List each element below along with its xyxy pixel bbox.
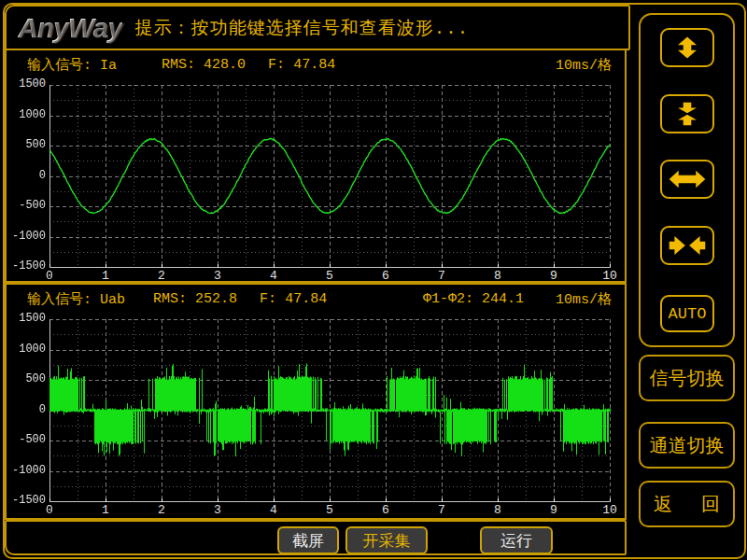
zoom-button-group: AUTO (639, 13, 735, 347)
x-tick-label: 4 (261, 504, 286, 517)
x-tick-label: 1 (93, 270, 118, 283)
x-tick-label: 10 (598, 270, 622, 283)
chart-area-0: 150010005000-500-1000-1500012345678910 (7, 80, 625, 282)
expand-vertical-button[interactable] (660, 28, 714, 67)
y-tick-label: -500 (8, 433, 46, 446)
compress-vertical-icon (669, 100, 706, 128)
x-tick-label: 5 (317, 270, 342, 283)
waveform-canvas-1 (49, 318, 611, 502)
compress-horizontal-icon (669, 231, 706, 259)
x-tick-label: 9 (542, 270, 566, 283)
waveform-panel-uab: 输入信号: Uab RMS: 252.8 F: 47.84 Φ1-Φ2: 244… (5, 283, 627, 520)
chart-area-1: 150010005000-500-1000-1500012345678910 (7, 315, 625, 516)
start-capture-button[interactable]: 开采集 (345, 526, 428, 554)
run-button[interactable]: 运行 (480, 526, 553, 554)
expand-horizontal-icon (669, 165, 706, 193)
expand-horizontal-button[interactable] (660, 160, 714, 199)
rms-value: RMS: 252.8 (153, 291, 237, 307)
signal-label: 输入信号: Ia (27, 56, 117, 74)
x-tick-label: 10 (598, 504, 622, 517)
timebase-label: 10ms/格 (556, 56, 612, 74)
bottom-toolbar: 截屏 开采集 运行 (5, 520, 627, 555)
screenshot-button[interactable]: 截屏 (277, 526, 339, 554)
frequency-value: F: 47.84 (260, 291, 327, 307)
frequency-value: F: 47.84 (268, 57, 335, 73)
waveform-panel-ia: 输入信号: Ia RMS: 428.0 F: 47.84 10ms/格 1500… (5, 49, 627, 283)
expand-vertical-icon (669, 34, 706, 62)
signal-switch-button[interactable]: 信号切换 (639, 355, 735, 401)
y-tick-label: 1500 (8, 312, 46, 325)
y-tick-label: 500 (8, 138, 46, 151)
y-tick-label: -500 (8, 199, 46, 212)
x-tick-label: 0 (37, 504, 62, 517)
x-tick-label: 2 (149, 504, 174, 517)
y-tick-label: 1000 (8, 108, 46, 121)
x-tick-label: 7 (430, 504, 454, 517)
compress-horizontal-button[interactable] (660, 226, 714, 265)
x-tick-label: 0 (37, 270, 62, 283)
x-tick-label: 4 (261, 270, 286, 283)
y-tick-label: 500 (8, 372, 46, 385)
rms-value: RMS: 428.0 (162, 57, 246, 73)
phase-difference-value: Φ1-Φ2: 244.1 (423, 291, 524, 307)
x-tick-label: 1 (93, 504, 118, 517)
return-button[interactable]: 返 回 (639, 481, 735, 527)
tip-message: 提示：按功能键选择信号和查看波形... (135, 16, 469, 40)
x-tick-label: 3 (205, 270, 230, 283)
oscilloscope-screen: AnyWay 提示：按功能键选择信号和查看波形... 输入信号: Ia RMS:… (0, 0, 747, 560)
x-tick-label: 7 (430, 270, 454, 283)
y-tick-label: 0 (8, 169, 46, 182)
header-bar: AnyWay 提示：按功能键选择信号和查看波形... (5, 5, 630, 50)
y-tick-label: 0 (8, 403, 46, 416)
y-tick-label: 1500 (8, 77, 46, 91)
x-tick-label: 6 (374, 504, 398, 517)
signal-label: 输入信号: Uab (27, 290, 125, 308)
anyway-logo: AnyWay (18, 12, 122, 44)
x-tick-label: 2 (149, 270, 174, 283)
channel-switch-button[interactable]: 通道切换 (639, 422, 735, 469)
y-tick-label: -1000 (8, 464, 46, 477)
auto-button[interactable]: AUTO (660, 295, 714, 332)
x-tick-label: 9 (542, 504, 566, 517)
x-tick-label: 5 (317, 504, 342, 517)
panel-header-ia: 输入信号: Ia RMS: 428.0 F: 47.84 10ms/格 (7, 56, 625, 74)
x-tick-label: 8 (486, 270, 510, 283)
x-tick-label: 3 (205, 504, 230, 517)
x-tick-label: 8 (486, 504, 510, 517)
panel-header-uab: 输入信号: Uab RMS: 252.8 F: 47.84 Φ1-Φ2: 244… (7, 290, 625, 308)
timebase-label: 10ms/格 (556, 290, 612, 308)
x-tick-label: 6 (374, 270, 398, 283)
waveform-canvas-0 (49, 84, 611, 268)
y-tick-label: -1000 (8, 230, 46, 243)
compress-vertical-button[interactable] (660, 94, 714, 133)
y-tick-label: 1000 (8, 343, 46, 356)
